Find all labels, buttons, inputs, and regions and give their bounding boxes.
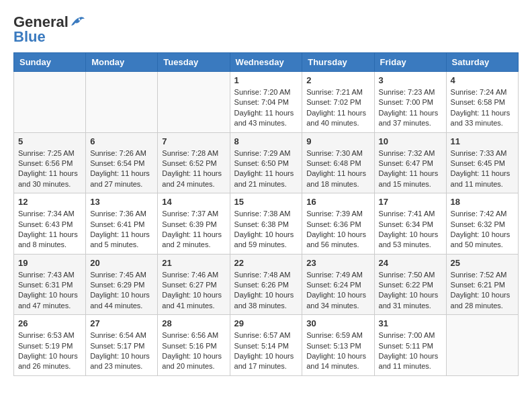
day-info: Sunrise: 7:24 AM Sunset: 6:58 PM Dayligh… <box>451 87 514 129</box>
day-number: 17 <box>379 197 442 207</box>
day-of-week-header: Saturday <box>446 53 518 72</box>
day-number: 4 <box>451 75 514 85</box>
day-number: 24 <box>379 258 442 268</box>
day-number: 21 <box>162 258 225 268</box>
day-number: 5 <box>18 136 81 146</box>
day-info: Sunrise: 7:38 AM Sunset: 6:38 PM Dayligh… <box>234 209 298 250</box>
calendar-table: SundayMondayTuesdayWednesdayThursdayFrid… <box>13 52 519 376</box>
day-info: Sunrise: 7:00 AM Sunset: 5:11 PM Dayligh… <box>379 330 442 372</box>
calendar-cell: 27Sunrise: 6:54 AM Sunset: 5:17 PM Dayli… <box>86 315 158 376</box>
calendar-cell <box>14 72 86 133</box>
day-info: Sunrise: 7:42 AM Sunset: 6:32 PM Dayligh… <box>451 209 514 250</box>
day-info: Sunrise: 7:43 AM Sunset: 6:31 PM Dayligh… <box>18 270 81 312</box>
day-number: 22 <box>234 258 298 268</box>
calendar-cell: 7Sunrise: 7:28 AM Sunset: 6:52 PM Daylig… <box>158 132 230 193</box>
calendar-cell: 20Sunrise: 7:45 AM Sunset: 6:29 PM Dayli… <box>86 254 158 315</box>
day-number: 29 <box>234 318 298 328</box>
calendar-cell: 22Sunrise: 7:48 AM Sunset: 6:26 PM Dayli… <box>230 254 302 315</box>
calendar-cell: 2Sunrise: 7:21 AM Sunset: 7:02 PM Daylig… <box>302 72 374 133</box>
calendar-cell: 9Sunrise: 7:30 AM Sunset: 6:48 PM Daylig… <box>302 132 374 193</box>
calendar-cell: 16Sunrise: 7:39 AM Sunset: 6:36 PM Dayli… <box>302 193 374 255</box>
day-number: 12 <box>18 197 81 207</box>
day-info: Sunrise: 7:36 AM Sunset: 6:41 PM Dayligh… <box>90 209 153 250</box>
day-info: Sunrise: 7:52 AM Sunset: 6:21 PM Dayligh… <box>451 270 514 312</box>
day-of-week-header: Tuesday <box>158 53 230 72</box>
day-info: Sunrise: 7:37 AM Sunset: 6:39 PM Dayligh… <box>162 209 225 250</box>
day-number: 25 <box>451 258 514 268</box>
day-number: 14 <box>162 197 225 207</box>
day-info: Sunrise: 7:25 AM Sunset: 6:56 PM Dayligh… <box>18 148 81 190</box>
day-number: 10 <box>379 136 442 146</box>
day-info: Sunrise: 7:45 AM Sunset: 6:29 PM Dayligh… <box>90 270 153 312</box>
day-of-week-header: Wednesday <box>230 53 302 72</box>
calendar-cell: 29Sunrise: 6:57 AM Sunset: 5:14 PM Dayli… <box>230 315 302 376</box>
calendar-header-row: SundayMondayTuesdayWednesdayThursdayFrid… <box>14 53 519 72</box>
day-of-week-header: Monday <box>86 53 158 72</box>
day-info: Sunrise: 7:29 AM Sunset: 6:50 PM Dayligh… <box>234 148 298 190</box>
day-number: 16 <box>306 197 369 207</box>
day-info: Sunrise: 7:26 AM Sunset: 6:54 PM Dayligh… <box>90 148 153 190</box>
day-number: 6 <box>90 136 153 146</box>
calendar-cell: 14Sunrise: 7:37 AM Sunset: 6:39 PM Dayli… <box>158 193 230 255</box>
day-number: 18 <box>451 197 514 207</box>
day-info: Sunrise: 6:53 AM Sunset: 5:19 PM Dayligh… <box>18 330 81 372</box>
day-of-week-header: Sunday <box>14 53 86 72</box>
calendar-cell: 21Sunrise: 7:46 AM Sunset: 6:27 PM Dayli… <box>158 254 230 315</box>
day-info: Sunrise: 7:48 AM Sunset: 6:26 PM Dayligh… <box>234 270 298 312</box>
calendar-cell <box>86 72 158 133</box>
day-number: 3 <box>379 75 442 85</box>
calendar-cell: 28Sunrise: 6:56 AM Sunset: 5:16 PM Dayli… <box>158 315 230 376</box>
day-number: 9 <box>306 136 369 146</box>
day-number: 1 <box>234 75 298 85</box>
day-info: Sunrise: 7:21 AM Sunset: 7:02 PM Dayligh… <box>306 87 369 129</box>
calendar-cell: 5Sunrise: 7:25 AM Sunset: 6:56 PM Daylig… <box>14 132 86 193</box>
calendar-week-row: 5Sunrise: 7:25 AM Sunset: 6:56 PM Daylig… <box>14 132 519 193</box>
day-number: 7 <box>162 136 225 146</box>
day-info: Sunrise: 7:30 AM Sunset: 6:48 PM Dayligh… <box>306 148 369 190</box>
day-info: Sunrise: 6:57 AM Sunset: 5:14 PM Dayligh… <box>234 330 298 372</box>
day-info: Sunrise: 6:54 AM Sunset: 5:17 PM Dayligh… <box>90 330 153 372</box>
calendar-cell: 11Sunrise: 7:33 AM Sunset: 6:45 PM Dayli… <box>446 132 518 193</box>
day-info: Sunrise: 7:49 AM Sunset: 6:24 PM Dayligh… <box>306 270 369 312</box>
day-info: Sunrise: 7:32 AM Sunset: 6:47 PM Dayligh… <box>379 148 442 190</box>
calendar-cell <box>446 315 518 376</box>
day-number: 13 <box>90 197 153 207</box>
day-info: Sunrise: 7:41 AM Sunset: 6:34 PM Dayligh… <box>379 209 442 250</box>
calendar-cell: 23Sunrise: 7:49 AM Sunset: 6:24 PM Dayli… <box>302 254 374 315</box>
calendar-week-row: 19Sunrise: 7:43 AM Sunset: 6:31 PM Dayli… <box>14 254 519 315</box>
calendar-week-row: 12Sunrise: 7:34 AM Sunset: 6:43 PM Dayli… <box>14 193 519 255</box>
day-info: Sunrise: 6:59 AM Sunset: 5:13 PM Dayligh… <box>306 330 369 372</box>
calendar-cell: 10Sunrise: 7:32 AM Sunset: 6:47 PM Dayli… <box>374 132 446 193</box>
day-number: 15 <box>234 197 298 207</box>
day-number: 23 <box>306 258 369 268</box>
page-header: General Blue <box>13 13 519 46</box>
day-number: 2 <box>306 75 369 85</box>
calendar-cell: 3Sunrise: 7:23 AM Sunset: 7:00 PM Daylig… <box>374 72 446 133</box>
calendar-cell: 12Sunrise: 7:34 AM Sunset: 6:43 PM Dayli… <box>14 193 86 255</box>
day-of-week-header: Friday <box>374 53 446 72</box>
day-number: 8 <box>234 136 298 146</box>
calendar-cell: 6Sunrise: 7:26 AM Sunset: 6:54 PM Daylig… <box>86 132 158 193</box>
calendar-cell: 31Sunrise: 7:00 AM Sunset: 5:11 PM Dayli… <box>374 315 446 376</box>
day-number: 28 <box>162 318 225 328</box>
day-number: 31 <box>379 318 442 328</box>
day-info: Sunrise: 7:50 AM Sunset: 6:22 PM Dayligh… <box>379 270 442 312</box>
calendar-cell: 13Sunrise: 7:36 AM Sunset: 6:41 PM Dayli… <box>86 193 158 255</box>
calendar-cell: 19Sunrise: 7:43 AM Sunset: 6:31 PM Dayli… <box>14 254 86 315</box>
day-number: 11 <box>451 136 514 146</box>
calendar-cell: 18Sunrise: 7:42 AM Sunset: 6:32 PM Dayli… <box>446 193 518 255</box>
calendar-cell: 15Sunrise: 7:38 AM Sunset: 6:38 PM Dayli… <box>230 193 302 255</box>
calendar-cell: 24Sunrise: 7:50 AM Sunset: 6:22 PM Dayli… <box>374 254 446 315</box>
calendar-week-row: 26Sunrise: 6:53 AM Sunset: 5:19 PM Dayli… <box>14 315 519 376</box>
calendar-cell: 8Sunrise: 7:29 AM Sunset: 6:50 PM Daylig… <box>230 132 302 193</box>
day-info: Sunrise: 7:34 AM Sunset: 6:43 PM Dayligh… <box>18 209 81 250</box>
calendar-cell: 25Sunrise: 7:52 AM Sunset: 6:21 PM Dayli… <box>446 254 518 315</box>
day-number: 20 <box>90 258 153 268</box>
day-number: 30 <box>306 318 369 328</box>
day-info: Sunrise: 6:56 AM Sunset: 5:16 PM Dayligh… <box>162 330 225 372</box>
day-number: 19 <box>18 258 81 268</box>
day-info: Sunrise: 7:46 AM Sunset: 6:27 PM Dayligh… <box>162 270 225 312</box>
calendar-cell: 26Sunrise: 6:53 AM Sunset: 5:19 PM Dayli… <box>14 315 86 376</box>
logo-bird-icon <box>70 16 85 28</box>
day-info: Sunrise: 7:23 AM Sunset: 7:00 PM Dayligh… <box>379 87 442 129</box>
